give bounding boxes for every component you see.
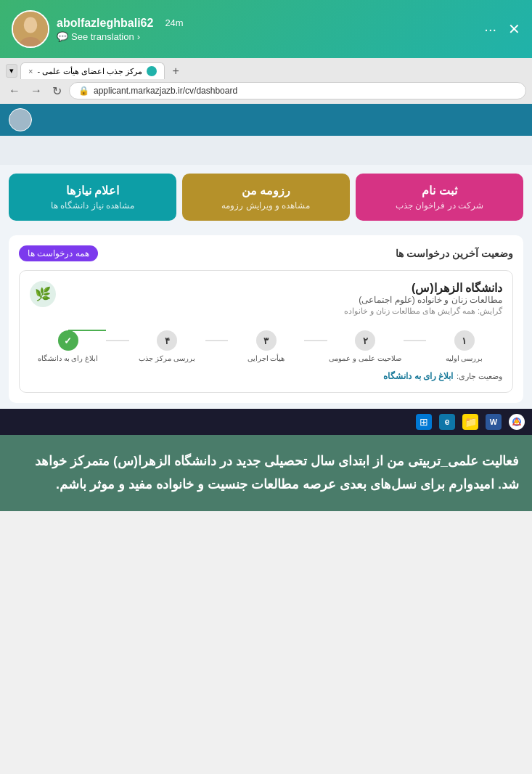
card-teal-title: اعلام نیازها [16, 184, 169, 197]
registration-card[interactable]: ثبت نام شرکت در فراخوان جذب [356, 174, 523, 221]
uni-header: دانشگاه الزهرا(س) مطالعات زنان و خانواده… [30, 281, 502, 323]
progress-steps: ✓ ابلاغ رای به دانشگاه ۴ بررسی مرکز جذب … [30, 330, 502, 363]
browser-area: ▾ مرکز جذب اعضای هیأت علمی - × + ← → ↻ 🔒… [0, 58, 532, 435]
university-card: دانشگاه الزهرا(س) مطالعات زنان و خانواده… [19, 270, 513, 393]
step-line-2 [205, 340, 229, 341]
svg-point-5 [515, 420, 519, 424]
browser-chrome: ▾ مرکز جذب اعضای هیأت علمی - × + ← → ↻ 🔒… [0, 58, 532, 104]
lock-icon: 🔒 [78, 86, 89, 96]
more-options-button[interactable]: ··· [484, 21, 496, 38]
university-logo: 🌿 [30, 281, 56, 307]
card-gold-subtitle: مشاهده و ویرایش رزومه [189, 200, 343, 211]
taskbar: ⊞ e 📁 W [0, 409, 532, 435]
card-gold-title: رزومه من [189, 184, 343, 197]
refresh-button[interactable]: ↻ [49, 83, 65, 99]
user-info: abolfazleghbali62 24m 💬 See translation … [57, 17, 184, 42]
see-translation-label: See translation [71, 31, 134, 42]
close-button[interactable]: ✕ [508, 20, 520, 38]
back-button[interactable]: ← [6, 83, 23, 99]
step-label-3: هیأت اجرایی [247, 354, 285, 363]
step-label-1: بررسی اولیه [446, 354, 483, 363]
card-pink-title: ثبت نام [363, 184, 516, 197]
step-2: ۲ صلاحیت علمی و عمومی [327, 330, 404, 363]
step-1: ۱ بررسی اولیه [426, 330, 502, 363]
windows-icon[interactable]: ⊞ [416, 414, 432, 430]
resume-card[interactable]: رزومه من مشاهده و ویرایش رزومه [182, 174, 350, 221]
cards-row: ثبت نام شرکت در فراخوان جذب رزومه من مشا… [0, 165, 532, 229]
see-translation[interactable]: 💬 See translation › [57, 31, 184, 42]
card-teal-subtitle: مشاهده نیاز دانشگاه ها [16, 200, 169, 211]
all-requests-button[interactable]: همه درخواست ها [19, 245, 98, 261]
avatar [12, 10, 49, 48]
tab-bar: ▾ مرکز جذب اعضای هیأت علمی - × + [6, 62, 526, 79]
step-completed: ✓ ابلاغ رای به دانشگاه [30, 330, 106, 363]
university-field-sub: گرایش: همه گرایش های مطالعات زنان و خانو… [344, 306, 502, 316]
requests-header: وضعیت آخرین درخواست ها همه درخواست ها [19, 245, 513, 261]
step-circle-4: ۴ [157, 330, 177, 351]
status-value: ابلاغ رای به دانشگاه [383, 371, 453, 381]
word-icon[interactable]: W [486, 414, 502, 430]
university-name: دانشگاه الزهرا(س) [344, 281, 502, 295]
new-tab-button[interactable]: + [168, 63, 183, 79]
site-avatar [9, 108, 32, 131]
chevron-right-icon: › [137, 31, 140, 42]
forward-button[interactable]: → [28, 83, 45, 99]
time-ago: 24m [165, 17, 183, 28]
edge-icon[interactable]: e [439, 414, 455, 430]
step-label-2: صلاحیت علمی و عمومی [329, 354, 401, 363]
tab-dropdown[interactable]: ▾ [6, 64, 17, 78]
step-label-4: بررسی مرکز جذب [139, 354, 195, 363]
step-circle-3: ۳ [256, 330, 277, 351]
uni-info: دانشگاه الزهرا(س) مطالعات زنان و خانواده… [344, 281, 502, 323]
requests-section: وضعیت آخرین درخواست ها همه درخواست ها دا… [9, 235, 523, 403]
step-line-4 [404, 340, 427, 341]
tab-title: مرکز جذب اعضای هیأت علمی - [37, 67, 142, 76]
story-header-left: abolfazleghbali62 24m 💬 See translation … [12, 10, 184, 48]
caption-text: فعالیت علمی_تربیتی من از ابتدای سال تحصی… [13, 449, 519, 497]
gray-spacer [0, 136, 532, 165]
chat-bubble-icon: 💬 [57, 31, 68, 42]
status-block: وضعیت جاری: ابلاغ رای به دانشگاه [30, 369, 502, 382]
step-line-3 [304, 340, 327, 341]
status-label: وضعیت جاری: [457, 372, 502, 380]
address-bar-row: ← → ↻ 🔒 applicant.markazjazb.ir/cv/dashb… [6, 82, 526, 99]
requests-title: وضعیت آخرین درخواست ها [396, 248, 513, 259]
active-tab[interactable]: مرکز جذب اعضای هیأت علمی - × [20, 62, 165, 79]
site-header [0, 104, 532, 136]
folder-icon[interactable]: 📁 [462, 414, 478, 430]
username: abolfazleghbali62 [57, 17, 153, 30]
header-right: ··· ✕ [484, 20, 520, 38]
step-4: ۴ بررسی مرکز جذب [129, 330, 205, 363]
address-bar[interactable]: 🔒 applicant.markazjazb.ir/cv/dashboard [69, 82, 526, 99]
tab-close-button[interactable]: × [28, 67, 33, 76]
step-line-1 [106, 340, 129, 341]
svg-point-1 [24, 17, 37, 33]
website-content: ثبت نام شرکت در فراخوان جذب رزومه من مشا… [0, 104, 532, 435]
address-text: applicant.markazjazb.ir/cv/dashboard [94, 86, 237, 96]
card-pink-subtitle: شرکت در فراخوان جذب [363, 200, 516, 211]
step-label-completed: ابلاغ رای به دانشگاه [38, 354, 98, 363]
step-circle-completed: ✓ [58, 330, 78, 351]
step-circle-1: ۱ [454, 330, 475, 351]
chrome-icon[interactable] [509, 414, 525, 430]
story-header: abolfazleghbali62 24m 💬 See translation … [0, 0, 532, 58]
university-field: مطالعات زنان و خانواده (علوم اجتماعی) [344, 295, 502, 305]
step-circle-2: ۲ [355, 330, 375, 351]
tab-favicon [147, 66, 157, 76]
needs-card[interactable]: اعلام نیازها مشاهده نیاز دانشگاه ها [9, 174, 176, 221]
caption-area: فعالیت علمی_تربیتی من از ابتدای سال تحصی… [0, 435, 532, 511]
step-3: ۳ هیأت اجرایی [228, 330, 304, 363]
